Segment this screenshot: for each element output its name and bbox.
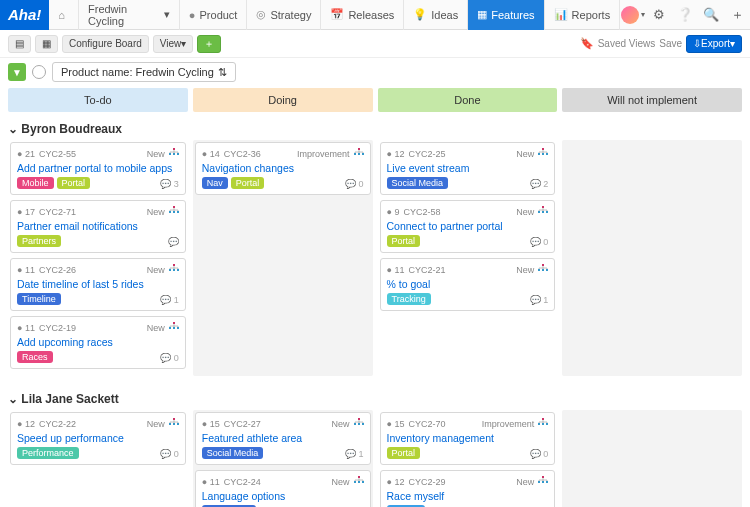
card-comments[interactable]: 💬 0 [345, 179, 364, 189]
plus-icon: ＋ [731, 6, 744, 24]
lane[interactable]: 14CYC2-36ImprovementNavigation changesNa… [193, 140, 373, 376]
add-feature-button[interactable]: ＋ [197, 35, 221, 53]
configure-board-button[interactable]: Configure Board [62, 35, 149, 53]
card-title[interactable]: Inventory management [387, 432, 549, 444]
save-view-button[interactable]: Save [659, 38, 682, 49]
settings-button[interactable]: ⚙ [646, 0, 672, 30]
nav-strategy[interactable]: ◎Strategy [247, 0, 321, 30]
hierarchy-icon[interactable] [538, 418, 548, 430]
feature-card[interactable]: 11CYC2-26NewDate timeline of last 5 ride… [10, 258, 186, 311]
view-menu[interactable]: View ▾ [153, 35, 194, 53]
card-title[interactable]: Navigation changes [202, 162, 364, 174]
lane[interactable]: 15CYC2-70ImprovementInventory management… [378, 410, 558, 507]
card-comments[interactable]: 💬 3 [160, 179, 179, 189]
feature-card[interactable]: 17CYC2-71NewPartner email notificationsP… [10, 200, 186, 253]
svg-rect-47 [546, 423, 548, 425]
feature-card[interactable]: 15CYC2-70ImprovementInventory management… [380, 412, 556, 465]
swimlane-header[interactable]: Byron Boudreaux [8, 118, 742, 140]
nav-features[interactable]: ▦Features [468, 0, 544, 30]
card-title[interactable]: Connect to partner portal [387, 220, 549, 232]
nav-releases[interactable]: 📅Releases [321, 0, 404, 30]
card-title[interactable]: Add partner portal to mobile apps [17, 162, 179, 174]
hierarchy-icon[interactable] [169, 322, 179, 334]
hierarchy-icon[interactable] [169, 206, 179, 218]
feature-card[interactable]: 14CYC2-36ImprovementNavigation changesNa… [195, 142, 371, 195]
feature-card[interactable]: 21CYC2-55NewAdd partner portal to mobile… [10, 142, 186, 195]
avatar [621, 6, 639, 24]
swimlane-header[interactable]: Lila Jane Sackett [8, 388, 742, 410]
card-comments[interactable]: 💬 0 [530, 237, 549, 247]
hierarchy-icon[interactable] [169, 264, 179, 276]
filter-add[interactable] [32, 65, 46, 79]
svg-rect-46 [542, 423, 544, 425]
feature-card[interactable]: 12CYC2-25NewLive event streamSocial Medi… [380, 142, 556, 195]
hierarchy-icon[interactable] [354, 418, 364, 430]
lane[interactable] [562, 140, 742, 376]
feature-card[interactable]: 12CYC2-22NewSpeed up performancePerforma… [10, 412, 186, 465]
svg-rect-18 [358, 153, 360, 155]
column-head-3[interactable]: Will not implement [562, 88, 742, 112]
hierarchy-icon[interactable] [169, 148, 179, 160]
card-comments[interactable]: 💬 [168, 237, 179, 247]
column-head-2[interactable]: Done [378, 88, 558, 112]
card-comments[interactable]: 💬 0 [160, 353, 179, 363]
card-comments[interactable]: 💬 1 [530, 295, 549, 305]
card-title[interactable]: Featured athlete area [202, 432, 364, 444]
feature-card[interactable]: 12CYC2-29NewRace myselfRacing💬 1 [380, 470, 556, 507]
nav-reports[interactable]: 📊Reports [545, 0, 621, 30]
help-button[interactable]: ❔ [672, 0, 698, 30]
home-button[interactable]: ⌂ [49, 0, 79, 30]
feature-card[interactable]: 9CYC2-58NewConnect to partner portalPort… [380, 200, 556, 253]
export-button[interactable]: ⇩ Export ▾ [686, 35, 742, 53]
filter-toggle[interactable]: ▼ [8, 63, 26, 81]
toolbar: ▤ ▦ Configure Board View ▾ ＋ 🔖 Saved Vie… [0, 30, 750, 58]
feature-card[interactable]: 11CYC2-24NewLanguage optionsLanguages💬 0 [195, 470, 371, 507]
hierarchy-icon[interactable] [354, 148, 364, 160]
feature-card[interactable]: 15CYC2-27NewFeatured athlete areaSocial … [195, 412, 371, 465]
lane[interactable]: 21CYC2-55NewAdd partner portal to mobile… [8, 140, 188, 376]
feature-card[interactable]: 11CYC2-19NewAdd upcoming racesRaces💬 0 [10, 316, 186, 369]
card-comments[interactable]: 💬 1 [160, 295, 179, 305]
hierarchy-icon[interactable] [538, 476, 548, 488]
hierarchy-icon[interactable] [538, 148, 548, 160]
feature-card[interactable]: 11CYC2-21New% to goalTracking💬 1 [380, 258, 556, 311]
column-head-0[interactable]: To-do [8, 88, 188, 112]
lane[interactable] [562, 410, 742, 507]
lane[interactable]: 15CYC2-27NewFeatured athlete areaSocial … [193, 410, 373, 507]
filter-bar: ▼ Product name: Fredwin Cycling⇅ [0, 58, 750, 86]
hierarchy-icon[interactable] [354, 476, 364, 488]
svg-rect-40 [358, 476, 360, 478]
card-title[interactable]: Live event stream [387, 162, 549, 174]
card-title[interactable]: Partner email notifications [17, 220, 179, 232]
card-comments[interactable]: 💬 0 [160, 449, 179, 459]
nav-product[interactable]: ●Product [180, 0, 248, 30]
hierarchy-icon[interactable] [538, 264, 548, 276]
card-title[interactable]: Add upcoming races [17, 336, 179, 348]
card-comments[interactable]: 💬 1 [345, 449, 364, 459]
card-comments[interactable]: 💬 0 [530, 449, 549, 459]
lane[interactable]: 12CYC2-25NewLive event streamSocial Medi… [378, 140, 558, 376]
product-filter[interactable]: Product name: Fredwin Cycling⇅ [52, 62, 236, 82]
workspace-picker[interactable]: Fredwin Cycling▾ [79, 0, 180, 30]
lane[interactable]: 12CYC2-22NewSpeed up performancePerforma… [8, 410, 188, 507]
card-comments[interactable]: 💬 2 [530, 179, 549, 189]
card-points: 17 [17, 207, 35, 217]
search-button[interactable]: 🔍 [698, 0, 724, 30]
card-id: CYC2-21 [408, 265, 445, 275]
card-title[interactable]: Language options [202, 490, 364, 502]
view-list-toggle[interactable]: ▤ [8, 35, 31, 53]
saved-views-link[interactable]: Saved Views [598, 38, 656, 49]
card-title[interactable]: % to goal [387, 278, 549, 290]
card-title[interactable]: Race myself [387, 490, 549, 502]
column-head-1[interactable]: Doing [193, 88, 373, 112]
card-title[interactable]: Speed up performance [17, 432, 179, 444]
card-title[interactable]: Date timeline of last 5 rides [17, 278, 179, 290]
add-button[interactable]: ＋ [724, 0, 750, 30]
hierarchy-icon[interactable] [169, 418, 179, 430]
hierarchy-icon[interactable] [538, 206, 548, 218]
nav-ideas[interactable]: 💡Ideas [404, 0, 468, 30]
card-status: New [516, 477, 534, 487]
view-grid-toggle[interactable]: ▦ [35, 35, 58, 53]
user-menu[interactable]: ▾ [620, 0, 646, 30]
logo[interactable]: Aha! [0, 0, 49, 30]
